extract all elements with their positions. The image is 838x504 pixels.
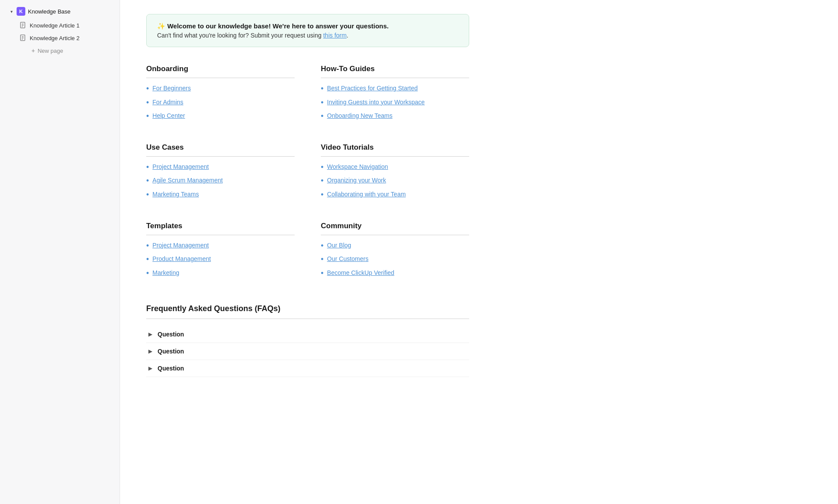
video-link-2[interactable]: Organizing your Work xyxy=(327,176,386,185)
list-item: • Product Management xyxy=(146,255,295,264)
section-templates: Templates • Project Management • Product… xyxy=(146,222,295,283)
faq-question-1: Question xyxy=(158,331,184,338)
section-divider-community xyxy=(321,235,469,235)
section-divider-video xyxy=(321,156,469,157)
bullet-icon: • xyxy=(146,98,149,108)
kb-icon: K xyxy=(17,7,25,16)
section-list-video: • Workspace Navigation • Organizing your… xyxy=(321,163,469,200)
use-cases-link-1[interactable]: Project Management xyxy=(152,163,209,171)
community-link-3[interactable]: Become ClickUp Verified xyxy=(327,269,394,278)
templates-link-3[interactable]: Marketing xyxy=(152,269,179,278)
welcome-subtitle-before: Can't find what you're looking for? Subm… xyxy=(157,32,323,39)
new-page-label: New page xyxy=(38,48,63,54)
chevron-right-icon: ▶ xyxy=(146,347,154,355)
welcome-title: ✨ Welcome to our knowledge base! We're h… xyxy=(157,22,458,30)
section-divider-onboarding xyxy=(146,78,295,78)
faq-question-2: Question xyxy=(158,348,184,355)
welcome-emoji: ✨ xyxy=(157,22,167,30)
faq-item-2[interactable]: ▶ Question xyxy=(146,343,469,360)
community-link-1[interactable]: Our Blog xyxy=(327,241,351,250)
section-title-how-to-guides: How-To Guides xyxy=(321,65,469,73)
section-divider-use-cases xyxy=(146,156,295,157)
doc-icon-2 xyxy=(19,34,27,42)
faq-item-1[interactable]: ▶ Question xyxy=(146,326,469,343)
video-link-1[interactable]: Workspace Navigation xyxy=(327,163,388,171)
faq-divider xyxy=(146,319,469,319)
doc-icon xyxy=(19,21,27,29)
bullet-icon: • xyxy=(146,84,149,94)
onboarding-link-3[interactable]: Help Center xyxy=(152,112,185,120)
section-title-community: Community xyxy=(321,222,469,230)
list-item: • Best Practices for Getting Started xyxy=(321,84,469,94)
section-onboarding: Onboarding • For Beginners • For Admins … xyxy=(146,65,295,126)
howto-link-1[interactable]: Best Practices for Getting Started xyxy=(327,84,418,93)
bullet-icon: • xyxy=(146,163,149,172)
howto-link-3[interactable]: Onboarding New Teams xyxy=(327,112,392,120)
section-list-community: • Our Blog • Our Customers • Become Clic… xyxy=(321,241,469,278)
list-item: • Our Customers xyxy=(321,255,469,264)
list-item: • Agile Scrum Management xyxy=(146,176,295,186)
section-list-use-cases: • Project Management • Agile Scrum Manag… xyxy=(146,163,295,200)
sections-grid: Onboarding • For Beginners • For Admins … xyxy=(146,65,469,282)
sidebar: ▾ K Knowledge Base Knowledge Article 1 xyxy=(0,0,120,504)
bullet-icon: • xyxy=(146,269,149,278)
list-item: • Collaborating with your Team xyxy=(321,190,469,200)
faq-item-3[interactable]: ▶ Question xyxy=(146,360,469,377)
list-item: • Inviting Guests into your Workspace xyxy=(321,98,469,108)
use-cases-link-2[interactable]: Agile Scrum Management xyxy=(152,176,223,185)
welcome-subtitle: Can't find what you're looking for? Subm… xyxy=(157,32,458,39)
new-page-button[interactable]: + New page xyxy=(27,45,117,56)
bullet-icon: • xyxy=(146,255,149,264)
section-list-templates: • Project Management • Product Managemen… xyxy=(146,241,295,278)
list-item: • Workspace Navigation xyxy=(321,163,469,172)
list-item: • Our Blog xyxy=(321,241,469,251)
section-title-templates: Templates xyxy=(146,222,295,230)
faq-question-3: Question xyxy=(158,365,184,372)
list-item: • Help Center xyxy=(146,112,295,121)
bullet-icon: • xyxy=(321,112,323,121)
chevron-right-icon: ▶ xyxy=(146,364,154,372)
onboarding-link-2[interactable]: For Admins xyxy=(152,98,183,107)
welcome-form-link[interactable]: this form xyxy=(323,32,347,39)
section-divider-templates xyxy=(146,235,295,235)
bullet-icon: • xyxy=(321,241,323,251)
list-item: • Marketing xyxy=(146,269,295,278)
templates-link-1[interactable]: Project Management xyxy=(152,241,209,250)
list-item: • Marketing Teams xyxy=(146,190,295,200)
bullet-icon: • xyxy=(321,98,323,108)
faq-title: Frequently Asked Questions (FAQs) xyxy=(146,304,469,313)
sidebar-item-knowledge-article-1[interactable]: Knowledge Article 1 xyxy=(15,19,117,31)
chevron-down-icon: ▾ xyxy=(8,8,15,15)
bullet-icon: • xyxy=(146,241,149,251)
section-list-how-to: • Best Practices for Getting Started • I… xyxy=(321,84,469,121)
onboarding-link-1[interactable]: For Beginners xyxy=(152,84,191,93)
welcome-banner: ✨ Welcome to our knowledge base! We're h… xyxy=(146,14,469,47)
section-video-tutorials: Video Tutorials • Workspace Navigation •… xyxy=(321,143,469,204)
chevron-right-icon: ▶ xyxy=(146,330,154,338)
video-link-3[interactable]: Collaborating with your Team xyxy=(327,190,405,199)
sidebar-child-label-2: Knowledge Article 2 xyxy=(30,35,79,41)
plus-icon: + xyxy=(31,47,35,54)
bullet-icon: • xyxy=(321,176,323,186)
section-title-onboarding: Onboarding xyxy=(146,65,295,73)
community-link-2[interactable]: Our Customers xyxy=(327,255,368,264)
main-content: ✨ Welcome to our knowledge base! We're h… xyxy=(120,0,838,504)
howto-link-2[interactable]: Inviting Guests into your Workspace xyxy=(327,98,425,107)
list-item: • For Admins xyxy=(146,98,295,108)
bullet-icon: • xyxy=(321,163,323,172)
list-item: • Organizing your Work xyxy=(321,176,469,186)
sidebar-child-label-1: Knowledge Article 1 xyxy=(30,22,79,29)
list-item: • Onboarding New Teams xyxy=(321,112,469,121)
bullet-icon: • xyxy=(146,176,149,186)
section-divider-how-to xyxy=(321,78,469,78)
templates-link-2[interactable]: Product Management xyxy=(152,255,211,264)
section-how-to-guides: How-To Guides • Best Practices for Getti… xyxy=(321,65,469,126)
section-use-cases: Use Cases • Project Management • Agile S… xyxy=(146,143,295,204)
use-cases-link-3[interactable]: Marketing Teams xyxy=(152,190,199,199)
sidebar-children: Knowledge Article 1 Knowledge Article 2 … xyxy=(12,19,120,56)
bullet-icon: • xyxy=(321,190,323,200)
sidebar-item-knowledge-base[interactable]: ▾ K Knowledge Base xyxy=(3,4,117,18)
section-community: Community • Our Blog • Our Customers • B… xyxy=(321,222,469,283)
welcome-subtitle-after: . xyxy=(347,32,348,39)
sidebar-item-knowledge-article-2[interactable]: Knowledge Article 2 xyxy=(15,32,117,44)
